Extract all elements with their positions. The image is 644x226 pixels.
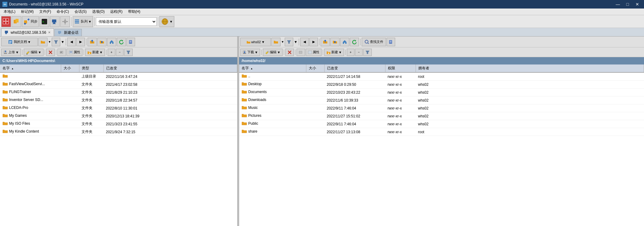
left-nav-2[interactable] [97, 38, 106, 46]
menu-help[interactable]: 帮助(H) [126, 9, 143, 15]
right-col-owner[interactable]: 拥有者 [416, 64, 644, 72]
left-current-path: C:\Users\WHS-HP\Documents\ [2, 59, 55, 63]
menu-options[interactable]: 选项(O) [90, 9, 107, 15]
upload-label: 上传 [8, 50, 15, 54]
left-new-btn[interactable]: 新建 ▼ [85, 49, 105, 56]
right-file-row[interactable]: Music 2022/9/11 7:46:04rwxr-xr-xwhs02 [239, 104, 644, 112]
right-file-row[interactable]: Pictures 2022/11/27 15:51:02rwxr-xr-xwhs… [239, 112, 644, 120]
menu-command[interactable]: 命令(C) [54, 9, 71, 15]
left-filter-btn[interactable] [52, 38, 60, 46]
left-nav-3[interactable] [107, 38, 116, 46]
left-minus-btn[interactable]: － [116, 49, 124, 56]
left-file-row[interactable]: My ISO Files 文件夹2021/3/23 23:41:55 [0, 120, 237, 128]
left-nav-4[interactable] [127, 38, 135, 46]
left-file-row[interactable]: My Kindle Content 文件夹2021/9/24 7:32:15 [0, 128, 237, 136]
right-properties-btn[interactable]: 属性 [306, 49, 322, 56]
left-col-name[interactable]: 名字 ▲ [0, 64, 61, 72]
left-file-name: My ISO Files [0, 120, 61, 128]
svg-rect-26 [5, 31, 8, 33]
minimize-button[interactable]: — [614, 1, 622, 8]
right-bookmarks-btn[interactable] [387, 38, 395, 46]
right-nav-2[interactable] [330, 38, 339, 46]
menu-local[interactable]: 本地(L) [1, 9, 18, 15]
right-file-row[interactable]: Documents 2022/10/23 20:43:22rwxr-xr-xwh… [239, 89, 644, 96]
terminal-button[interactable]: >_ [40, 16, 49, 27]
right-filter-action-btn[interactable] [363, 49, 372, 56]
left-upload-btn[interactable]: 上传 ▼ [1, 49, 21, 56]
right-download-btn[interactable]: 下载 ▼ [240, 49, 260, 56]
left-file-type: 文件夹 [79, 104, 103, 112]
new-session-button[interactable] [1, 16, 11, 27]
right-refresh-btn[interactable] [350, 38, 359, 46]
left-file-row[interactable]: 上级目录2022/11/16 3:47:24 [0, 72, 237, 81]
menu-mark[interactable]: 标记(M) [19, 9, 36, 15]
right-minus-btn[interactable]: － [355, 49, 363, 56]
right-file-row[interactable]: Desktop 2022/9/18 0:29:50rwxr-xr-xwhs02 [239, 81, 644, 89]
right-find-btn[interactable]: 查找文件 [362, 38, 386, 46]
right-col-name[interactable]: 名字 ▲ [239, 64, 306, 72]
web-button[interactable]: ▼ [159, 16, 174, 27]
left-forward-btn[interactable]: ▶ [76, 38, 85, 46]
right-plus-btn[interactable]: ＋ [347, 49, 354, 56]
right-filter-btn[interactable] [285, 38, 293, 46]
right-rename-btn[interactable] [297, 49, 305, 56]
left-delete-btn[interactable] [46, 49, 55, 56]
right-col-modified[interactable]: 已改变 [324, 64, 385, 72]
left-refresh-btn[interactable] [117, 38, 126, 46]
right-new-btn[interactable]: 新建 ▼ [324, 49, 344, 56]
menu-session[interactable]: 会话(S) [72, 9, 89, 15]
left-properties-btn[interactable]: 属性 [67, 49, 82, 56]
svg-rect-29 [58, 31, 61, 33]
right-location-dropdown[interactable]: whs02 ▼ [240, 38, 271, 46]
right-col-size[interactable]: 大小 [306, 64, 324, 72]
queue-button[interactable]: 队列 ▼ [73, 16, 93, 27]
right-file-row[interactable]: Downloads 2022/11/6 10:39:33rwxr-xr-xwhs… [239, 96, 644, 104]
transfer-options-select[interactable]: 传输选项 默认 [96, 17, 157, 26]
left-plus-btn[interactable]: ＋ [108, 49, 115, 56]
left-col-type[interactable]: 类型 [79, 64, 103, 72]
left-col-size[interactable]: 大小 [61, 64, 79, 72]
left-filter-action-btn[interactable] [124, 49, 133, 56]
svg-rect-5 [6, 22, 9, 24]
right-file-row[interactable]: Public 2022/9/11 7:46:04rwxr-xr-xwhs02 [239, 120, 644, 128]
main-toolbar: 同步 >_ 队列 ▼ [0, 15, 644, 28]
left-edit-btn[interactable]: 编辑 ▼ [24, 49, 44, 56]
menu-file[interactable]: 文件(F) [37, 9, 54, 15]
left-col-modified[interactable]: 已改变 [103, 64, 237, 72]
copy-button[interactable] [12, 16, 21, 27]
left-file-row[interactable]: Inventor Server SD... 文件夹2020/11/8 22:34… [0, 96, 237, 104]
right-forward-btn[interactable]: ▶ [309, 38, 318, 46]
right-file-table[interactable]: 名字 ▲ 大小 已改变 权限 拥有者 [239, 64, 644, 226]
right-file-row[interactable]: .. 2022/11/27 14:14:58rwxr-xr-xroot [239, 72, 644, 81]
right-col-permissions[interactable]: 权限 [385, 64, 416, 72]
close-button[interactable]: ✕ [633, 1, 642, 8]
menu-remote[interactable]: 远程(R) [108, 9, 125, 15]
left-file-row[interactable]: FastViewCloudServi... 文件夹2021/4/17 23:02… [0, 81, 237, 89]
right-back-btn[interactable]: ◀ [300, 38, 309, 46]
right-file-row[interactable]: share 2022/11/27 13:13:08rwxr-xr-xroot [239, 128, 644, 136]
right-delete-btn[interactable] [285, 49, 294, 56]
session-tab-main[interactable]: whs02@192.168.3.56 ✕ [1, 28, 54, 36]
session-tab-close[interactable]: ✕ [48, 31, 50, 34]
left-folder-btn[interactable] [38, 38, 47, 46]
left-location-dropdown[interactable]: 我的文档 ▼ [1, 38, 38, 46]
maximize-button[interactable]: □ [623, 1, 632, 8]
left-file-size [61, 120, 79, 128]
right-nav-3[interactable] [340, 38, 349, 46]
sync-button[interactable]: 同步 [22, 16, 39, 27]
r-new-label: 新建 [331, 50, 338, 54]
svg-rect-19 [67, 21, 68, 22]
new-connection-button[interactable] [50, 16, 60, 27]
left-file-row[interactable]: LCEDA-Pro 文件夹2022/8/10 11:30:01 [0, 104, 237, 112]
left-file-row[interactable]: My Games 文件夹2020/12/13 18:41:39 [0, 112, 237, 120]
left-file-table[interactable]: 名字 ▲ 大小 类型 已改变 [0, 64, 237, 226]
left-nav-1[interactable] [88, 38, 97, 46]
left-back-btn[interactable]: ◀ [67, 38, 76, 46]
right-folder-btn[interactable] [271, 38, 280, 46]
left-file-row[interactable]: FLiNGTrainer 文件夹2021/8/29 21:10:23 [0, 89, 237, 96]
right-edit-btn[interactable]: 编辑 ▼ [263, 49, 283, 56]
session-tab-new[interactable]: 新建会话 [54, 29, 82, 36]
settings-button[interactable] [60, 16, 70, 27]
left-rename-btn[interactable] [57, 49, 66, 56]
right-nav-1[interactable] [321, 38, 330, 46]
